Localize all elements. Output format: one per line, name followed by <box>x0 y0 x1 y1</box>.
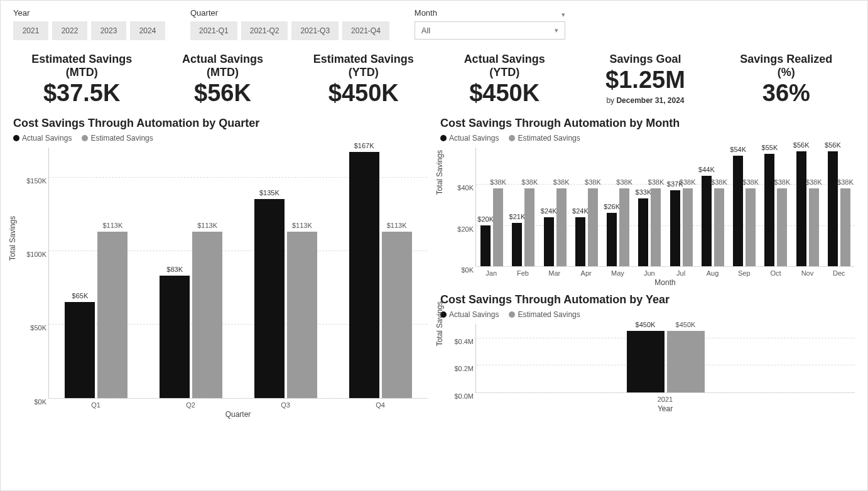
x-tick: May <box>602 269 633 277</box>
kpi-actual-mtd: Actual Savings(MTD) $56K <box>154 53 291 107</box>
bar-label: $44K <box>698 166 715 173</box>
dot-icon <box>82 135 88 141</box>
bar-month-Jun-estimated[interactable]: $38K <box>651 188 661 266</box>
bar-month-Nov-actual[interactable]: $56K <box>796 151 806 266</box>
bar-label: $55K <box>762 144 778 151</box>
y-tick: $40K <box>442 184 474 192</box>
bar-year-2021-actual[interactable]: $450K <box>627 331 665 392</box>
bar-quarter-Q3-actual[interactable]: $135K <box>254 199 285 398</box>
dot-icon <box>509 135 515 141</box>
kpi-estimated-mtd: Estimated Savings(MTD) $37.5K <box>13 53 150 107</box>
bar-month-Jul-estimated[interactable]: $38K <box>683 188 693 266</box>
chevron-down-icon: ▾ <box>555 26 558 35</box>
bar-month-Dec-actual[interactable]: $56K <box>828 151 838 266</box>
x-tick: Jun <box>634 269 665 277</box>
bar-month-Jan-actual[interactable]: $20K <box>480 225 491 266</box>
bar-month-Sep-actual[interactable]: $54K <box>733 156 743 266</box>
bar-label: $54K <box>730 146 746 153</box>
bar-label: $38K <box>522 178 538 186</box>
bar-month-May-estimated[interactable]: $38K <box>619 188 629 266</box>
bar-label: $450K <box>676 321 696 328</box>
bar-label: $38K <box>553 178 570 186</box>
bar-label: $450K <box>636 321 656 328</box>
bar-quarter-Q1-actual[interactable]: $65K <box>65 302 95 398</box>
bar-month-Apr-actual[interactable]: $24K <box>575 217 585 266</box>
year-option-2024[interactable]: 2024 <box>130 21 165 40</box>
bar-label: $135K <box>259 189 279 197</box>
kpi-row: Estimated Savings(MTD) $37.5K Actual Sav… <box>13 53 855 107</box>
bar-quarter-Q3-estimated[interactable]: $113K <box>287 232 317 398</box>
y-tick: $100K <box>15 251 46 258</box>
charts-zone: Cost Savings Through Automation by Quart… <box>13 117 855 419</box>
bar-month-Mar-estimated[interactable]: $38K <box>556 188 567 266</box>
chart-year-legend: Actual Savings Estimated Savings <box>440 310 855 319</box>
y-tick: $0.4M <box>442 338 474 345</box>
bar-month-Jan-estimated[interactable]: $38K <box>493 188 503 266</box>
bar-month-Aug-actual[interactable]: $44K <box>702 176 712 266</box>
bar-month-Aug-estimated[interactable]: $38K <box>714 188 724 266</box>
y-tick: $150K <box>15 177 46 185</box>
x-tick: Feb <box>507 269 538 277</box>
bar-label: $38K <box>774 178 791 186</box>
year-option-2021[interactable]: 2021 <box>13 21 48 40</box>
bar-month-Feb-estimated[interactable]: $38K <box>524 188 534 266</box>
bar-quarter-Q2-estimated[interactable]: $113K <box>192 232 222 398</box>
quarter-option-2021-Q4[interactable]: 2021-Q4 <box>342 21 389 40</box>
y-tick: $50K <box>15 324 46 332</box>
slicer-bar: Year 2021202220232024 Quarter 2021-Q1202… <box>13 8 855 40</box>
bar-month-Nov-estimated[interactable]: $38K <box>809 188 819 266</box>
slicer-year: Year 2021202220232024 <box>13 8 165 40</box>
bar-month-May-actual[interactable]: $26K <box>607 213 617 266</box>
x-tick: Nov <box>791 269 823 277</box>
chart-month[interactable]: Total Savings $0K$20K$40K$20K$38K$21K$38… <box>440 148 855 287</box>
bar-label: $65K <box>72 292 89 299</box>
bar-quarter-Q4-estimated[interactable]: $113K <box>382 232 412 398</box>
bar-month-Oct-estimated[interactable]: $38K <box>777 188 787 266</box>
bar-label: $38K <box>490 178 506 186</box>
bar-label: $38K <box>837 178 854 186</box>
chevron-down-icon[interactable]: ▾ <box>561 11 565 19</box>
bar-label: $26K <box>604 203 620 210</box>
dot-icon <box>440 135 447 141</box>
bar-label: $21K <box>509 213 526 220</box>
kpi-actual-ytd: Actual Savings(YTD) $450K <box>436 53 573 107</box>
kpi-savings-realized: Savings Realized(%) 36% <box>718 53 855 107</box>
bar-label: $38K <box>742 178 759 186</box>
dot-icon <box>13 135 19 141</box>
bar-quarter-Q2-actual[interactable]: $83K <box>160 276 190 398</box>
chart-year[interactable]: Total Savings $0.0M$0.2M$0.4M$450K$450K … <box>440 324 855 413</box>
bar-label: $38K <box>711 178 727 186</box>
bar-month-Jul-actual[interactable]: $37K <box>670 190 680 266</box>
bar-month-Feb-actual[interactable]: $21K <box>512 223 522 266</box>
bar-label: $20K <box>477 215 494 223</box>
bar-month-Jun-actual[interactable]: $33K <box>638 198 648 266</box>
bar-month-Apr-estimated[interactable]: $38K <box>588 188 598 266</box>
chart-quarter[interactable]: Total Savings $0K$50K$100K$150K$65K$113K… <box>13 148 428 419</box>
y-tick: $0.2M <box>442 365 474 372</box>
bar-quarter-Q1-estimated[interactable]: $113K <box>97 232 127 398</box>
x-tick: Q2 <box>143 401 238 409</box>
bar-month-Sep-estimated[interactable]: $38K <box>746 188 756 266</box>
month-select[interactable]: All ▾ <box>415 21 565 40</box>
bar-label: $56K <box>793 141 810 149</box>
dot-icon <box>509 311 515 318</box>
bar-month-Dec-estimated[interactable]: $38K <box>840 188 850 266</box>
bar-month-Mar-actual[interactable]: $24K <box>544 217 554 266</box>
x-tick: Mar <box>539 269 570 277</box>
quarter-option-2021-Q2[interactable]: 2021-Q2 <box>241 21 288 40</box>
year-option-2023[interactable]: 2023 <box>91 21 126 40</box>
x-tick: Apr <box>570 269 602 277</box>
slicer-month-label: Month <box>415 8 437 18</box>
bar-label: $38K <box>585 178 601 186</box>
bar-label: $38K <box>648 178 665 186</box>
year-option-2022[interactable]: 2022 <box>52 21 87 40</box>
bar-year-2021-estimated[interactable]: $450K <box>667 331 705 392</box>
x-tick: Jan <box>475 269 507 277</box>
slicer-quarter: Quarter 2021-Q12021-Q22021-Q32021-Q4 <box>190 8 389 40</box>
chart-month-title: Cost Savings Through Automation by Month <box>440 117 855 130</box>
quarter-option-2021-Q3[interactable]: 2021-Q3 <box>291 21 339 40</box>
quarter-option-2021-Q1[interactable]: 2021-Q1 <box>190 21 237 40</box>
bar-quarter-Q4-actual[interactable]: $167K <box>349 152 379 398</box>
bar-label: $38K <box>806 178 822 186</box>
bar-month-Oct-actual[interactable]: $55K <box>764 154 774 266</box>
